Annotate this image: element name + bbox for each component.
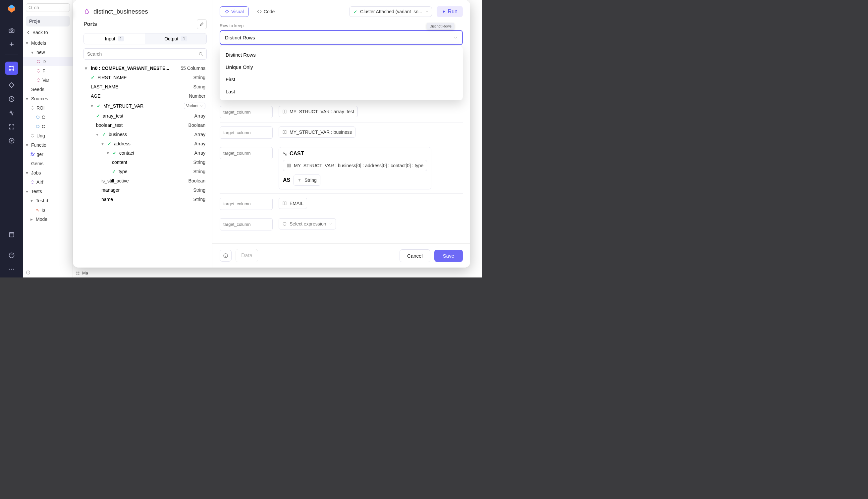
schema-column-row[interactable]: nameString [84,195,207,204]
more-icon[interactable] [8,266,15,273]
svg-rect-2 [9,29,14,33]
target-column-input[interactable] [220,106,273,118]
schema-search[interactable] [84,48,207,60]
tab-input[interactable]: Input1 [84,34,145,44]
tree-new[interactable]: ▾new [23,48,73,57]
svg-point-6 [9,69,10,70]
schema-search-input[interactable] [87,51,198,57]
schema-column-row[interactable]: contentString [84,158,207,167]
schema-column-row[interactable]: ✓typeString [84,167,207,176]
schema-column-row[interactable]: AGENumber [84,92,207,101]
tree-jobs[interactable]: ▾Jobs [23,168,73,178]
diamond-icon[interactable] [8,82,15,89]
tree-gems[interactable]: Gems [23,159,73,168]
plus-icon[interactable] [8,41,15,48]
schema-column-row[interactable]: ▾✓addressArray [84,139,207,148]
tree-item[interactable]: ∿is [23,205,73,215]
tree-item[interactable]: ▸Mode [23,215,73,224]
download-icon[interactable] [8,137,15,144]
code-mode-button[interactable]: Code [252,6,280,17]
help-icon[interactable] [8,252,15,259]
target-column-input[interactable] [220,218,273,230]
sidebar-search[interactable]: ch [26,3,70,12]
canvas-tab[interactable]: Ma [75,270,88,276]
tree-item[interactable]: Ung [23,131,73,141]
svg-rect-36 [287,164,289,167]
data-tab[interactable]: Data [236,249,258,262]
svg-rect-30 [283,110,284,113]
svg-rect-33 [285,131,286,133]
edit-ports-button[interactable] [197,19,207,29]
tree-item[interactable]: Airf [23,178,73,187]
app-logo-icon [7,4,16,13]
tree-item[interactable]: C [23,112,73,122]
schema-column-row[interactable]: ▾✓MY_STRUCT_VARVariant [84,101,207,111]
tree-sources[interactable]: ▾Sources [23,94,73,103]
gem-editor-modal: distinct_businesses Ports Input1 Output1… [73,0,470,268]
select-expression[interactable]: Select expression [279,218,336,230]
schema-column-row[interactable]: LAST_NAMEString [84,82,207,92]
activity-icon[interactable] [8,109,15,117]
tree-item[interactable]: ROl [23,103,73,112]
svg-point-4 [9,66,10,67]
cast-expression[interactable]: CAST MY_STRUCT_VAR : business[0] : addre… [279,147,431,190]
clock-icon[interactable] [8,95,15,103]
expand-icon[interactable] [8,123,15,131]
tree-item[interactable]: C [23,122,73,131]
back-link[interactable]: Back to [23,26,73,38]
tree-item[interactable]: D [23,57,73,66]
tab-output[interactable]: Output1 [145,34,206,44]
camera-icon[interactable] [8,27,15,34]
target-column-input[interactable] [220,147,273,159]
save-button[interactable]: Save [434,250,463,262]
tree-models[interactable]: ▾Models [23,38,73,48]
schema-column-row[interactable]: boolean_testBoolean [84,121,207,130]
schema-column-row[interactable]: managerString [84,185,207,195]
svg-rect-35 [286,154,287,155]
cast-source-pill[interactable]: MY_STRUCT_VAR : business[0] : address[0]… [283,160,427,171]
tree-seeds[interactable]: Seeds [23,85,73,94]
expression-pill[interactable]: EMAIL [279,198,307,209]
cluster-selector[interactable]: Cluster Attached (variant_sn... [349,6,432,17]
pipeline-icon[interactable] [5,62,18,75]
calendar-icon[interactable] [8,231,15,238]
svg-marker-20 [36,116,39,119]
svg-marker-18 [37,79,40,82]
run-button[interactable]: Run [437,6,463,17]
tree-tests[interactable]: ▾Tests [23,187,73,196]
project-sidebar: ch Proje Back to ▾Models ▾new D F Var Se… [23,0,73,278]
as-label: AS [283,177,290,183]
schema-column-row[interactable]: ✓array_testArray [84,111,207,121]
tree-functions[interactable]: ▾Functio [23,141,73,150]
svg-rect-38 [283,202,284,205]
schema-column-row[interactable]: ✓FIRST_NAMEString [84,73,207,82]
dropdown-option[interactable]: Distinct Rows [220,49,463,61]
schema-column-row[interactable]: ▾✓contactArray [84,148,207,158]
cast-type-pill[interactable]: String [293,174,321,186]
dropdown-option[interactable]: First [220,73,463,85]
tree-item[interactable]: F [23,66,73,75]
tree-item[interactable]: fxger [23,150,73,159]
svg-marker-22 [31,134,34,137]
tree-item[interactable]: Var [23,75,73,85]
project-chip[interactable]: Proje [26,16,70,26]
visual-mode-button[interactable]: Visual [220,6,249,17]
schema-column-row[interactable]: ▾✓businessArray [84,130,207,139]
dropdown-option[interactable]: Last [220,85,463,98]
schema-col-count: 55 Columns [181,65,205,71]
expression-pill[interactable]: MY_STRUCT_VAR : array_test [279,106,358,117]
info-button[interactable] [220,250,232,261]
target-column-input[interactable] [220,198,273,210]
svg-point-40 [283,222,286,225]
type-icon [297,178,302,182]
schema-column-row[interactable]: is_still_activeBoolean [84,176,207,185]
svg-rect-39 [285,202,286,205]
variant-pill[interactable]: Variant [184,103,205,109]
row-to-keep-dropdown: Distinct Rows Distinct Rows Distinct Row… [220,30,463,45]
row-to-keep-field[interactable]: Distinct Rows [220,30,463,45]
expression-pill[interactable]: MY_STRUCT_VAR : business [279,126,355,138]
cancel-button[interactable]: Cancel [399,250,430,262]
tree-item[interactable]: ▾Test d [23,196,73,205]
target-column-input[interactable] [220,126,273,139]
dropdown-option[interactable]: Unique Only [220,61,463,73]
